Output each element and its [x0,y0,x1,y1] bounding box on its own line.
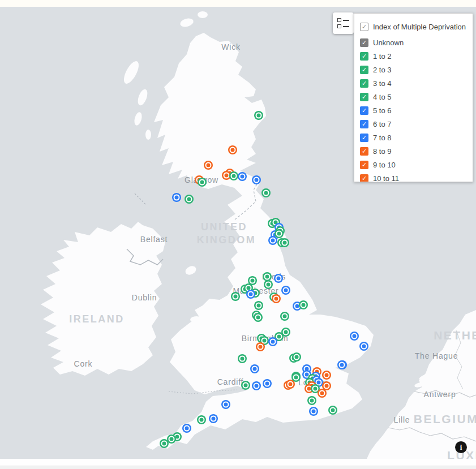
map-marker-blue[interactable] [304,372,310,378]
legend-item-label: 9 to 10 [373,161,396,169]
map-marker-green[interactable] [199,417,205,423]
map-marker-blue[interactable] [351,333,358,339]
map-marker-orange[interactable] [319,390,325,397]
legend-item-label: 5 to 6 [373,106,392,115]
map-marker-orange[interactable] [224,173,230,179]
info-button[interactable]: i [455,441,467,453]
map-marker-green[interactable] [231,173,237,179]
legend-item-label: 8 to 9 [373,147,392,156]
map-marker-blue[interactable] [211,416,217,422]
map-marker-orange[interactable] [205,162,212,169]
legend-item-checkbox[interactable]: ✓ [360,106,368,115]
map-marker-blue[interactable] [276,276,282,282]
map-marker-orange[interactable] [306,386,312,392]
map-marker-blue[interactable] [223,402,229,408]
legend-item-2-to-3[interactable]: ✓2 to 3 [360,63,467,76]
legend-item-6-to-7[interactable]: ✓6 to 7 [360,117,467,131]
map-marker-orange[interactable] [273,296,280,302]
legend-item-label: 2 to 3 [373,66,392,74]
map-marker-green[interactable] [169,436,175,442]
legend-item-5-to-6[interactable]: ✓5 to 6 [360,104,467,117]
legend-item-4-to-5[interactable]: ✓4 to 5 [360,90,467,104]
map-marker-green[interactable] [233,294,239,300]
map-marker-green[interactable] [250,278,256,284]
map-marker-green[interactable] [276,231,282,237]
map-marker-blue[interactable] [264,381,271,387]
legend-toggle-button[interactable] [333,12,354,34]
map-marker-green[interactable] [186,196,192,203]
map-marker-green[interactable] [255,315,261,321]
map-marker-blue[interactable] [294,303,301,309]
map-marker-blue[interactable] [239,174,246,180]
map-marker-blue[interactable] [254,177,260,183]
map-marker-green[interactable] [263,190,269,196]
legend-item-checkbox[interactable]: ✓ [360,66,368,74]
map-marker-orange[interactable] [258,344,264,350]
map-marker-green[interactable] [276,334,282,340]
legend-item-checkbox[interactable]: ✓ [360,147,368,156]
legend-item-1-to-2[interactable]: ✓1 to 2 [360,49,467,63]
legend-item-checkbox[interactable]: ✓ [360,93,368,101]
legend-list-icon [337,18,349,28]
map-canvas[interactable]: WickGlasgowBelfastDublinCorkLeedsManches… [0,0,476,459]
legend-title-checkbox[interactable]: ✓ [360,23,368,31]
map-marker-green[interactable] [261,338,268,344]
map-marker-green[interactable] [199,179,205,186]
map-marker-orange[interactable] [288,381,294,388]
map-marker-green[interactable] [294,354,300,360]
legend-item-3-to-4[interactable]: ✓3 to 4 [360,76,467,90]
info-icon: i [460,443,462,452]
map-marker-blue[interactable] [252,366,258,372]
legend-title-row[interactable]: ✓ Index of Multiple Deprivation [360,19,467,35]
map-marker-orange[interactable] [324,372,330,378]
map-marker-blue[interactable] [270,339,276,345]
map-marker-green[interactable] [265,282,272,288]
legend-item-7-to-8[interactable]: ✓7 to 8 [360,131,467,144]
map-marker-blue[interactable] [361,343,367,350]
legend-item-label: 10 to 11 [373,174,399,183]
map-marker-green[interactable] [246,285,252,291]
legend-item-checkbox[interactable]: ✓ [360,120,368,128]
legend-item-checkbox[interactable]: ✓ [360,38,368,47]
map-marker-blue[interactable] [311,408,317,415]
map-marker-blue[interactable] [339,362,345,368]
legend-item-checkbox[interactable]: ✓ [360,79,368,88]
map-marker-green[interactable] [282,313,288,320]
map-marker-green[interactable] [330,407,336,414]
map-marker-blue[interactable] [254,383,260,389]
legend-item-checkbox[interactable]: ✓ [360,134,368,142]
bottom-bar-gray [0,466,476,469]
legend-item-label: 4 to 5 [373,93,392,101]
legend-item-unknown[interactable]: ✓Unknown [360,36,467,49]
map-marker-green[interactable] [312,386,319,392]
legend-item-10-to-11[interactable]: ✓10 to 11 [360,171,467,182]
map-marker-green[interactable] [283,329,289,335]
map-marker-blue[interactable] [283,287,289,294]
legend-title: Index of Multiple Deprivation [373,23,466,31]
map-marker-blue[interactable] [270,238,276,244]
map-marker-blue[interactable] [316,380,322,386]
map-marker-green[interactable] [243,382,249,389]
map-marker-green[interactable] [301,302,307,308]
legend-item-checkbox[interactable]: ✓ [360,161,368,169]
map-marker-orange[interactable] [324,383,330,389]
legend-item-9-to-10[interactable]: ✓9 to 10 [360,158,467,171]
map-marker-green[interactable] [256,303,262,309]
map-marker-orange[interactable] [230,147,236,153]
island [198,11,208,18]
map-marker-green[interactable] [256,113,262,119]
legend-item-label: 3 to 4 [373,79,392,88]
map-marker-blue[interactable] [184,425,190,432]
legend-item-8-to-9[interactable]: ✓8 to 9 [360,144,467,158]
map-marker-blue[interactable] [248,291,254,298]
map-marker-green[interactable] [309,398,315,404]
map-marker-green[interactable] [264,274,271,280]
map-marker-green[interactable] [161,441,168,447]
legend-item-checkbox[interactable]: ✓ [360,174,368,183]
map-marker-green[interactable] [293,375,299,381]
map-marker-blue[interactable] [174,195,180,201]
map-marker-green[interactable] [239,356,246,362]
map-marker-green[interactable] [282,240,288,246]
map-marker-green[interactable] [174,434,181,440]
legend-item-checkbox[interactable]: ✓ [360,52,368,61]
